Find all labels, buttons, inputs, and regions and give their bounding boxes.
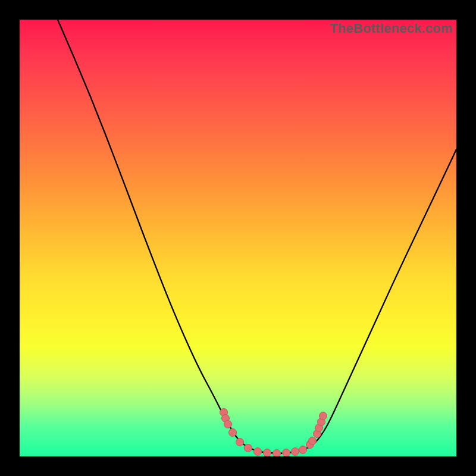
marker-dot — [283, 449, 290, 457]
marker-dot — [224, 421, 232, 428]
marker-dot — [254, 448, 262, 456]
marker-dot — [273, 450, 281, 457]
marker-group — [220, 409, 327, 457]
marker-dot — [320, 412, 327, 420]
marker-dot — [229, 429, 237, 437]
marker-dot — [299, 446, 307, 454]
chart-frame: TheBottleneck.com — [0, 0, 476, 476]
marker-dot — [309, 437, 317, 445]
marker-dot — [264, 449, 271, 457]
marker-dot — [292, 448, 299, 456]
bottleneck-curve — [58, 20, 456, 453]
marker-dot — [236, 439, 244, 446]
marker-dot — [245, 444, 252, 452]
plot-area: TheBottleneck.com — [20, 20, 456, 456]
chart-svg — [20, 20, 456, 456]
watermark-text: TheBottleneck.com — [330, 21, 453, 36]
